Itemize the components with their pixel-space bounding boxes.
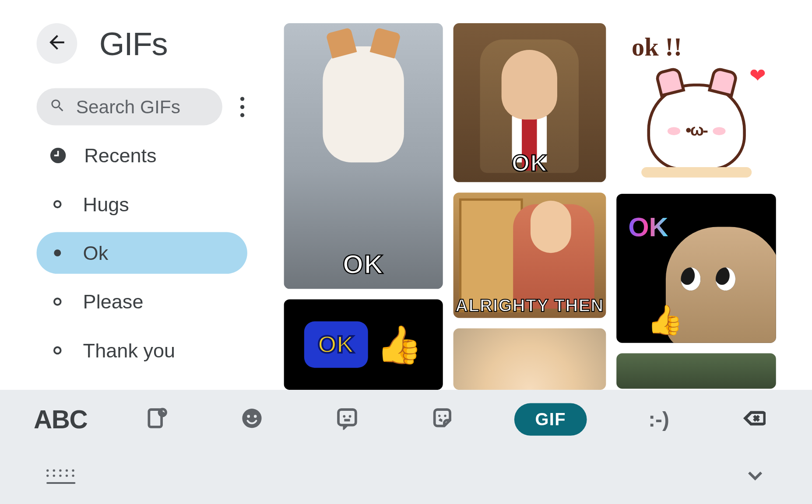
category-thank-you[interactable]: Thank you (37, 329, 247, 371)
gif-thumbnail[interactable]: OK 👍 (284, 299, 443, 390)
heart-icon: ❤ (749, 64, 766, 87)
gif-thumbnail[interactable]: OK (284, 23, 443, 289)
backspace-icon (742, 406, 766, 432)
gif-results-grid: OK OK 👍 OK ALRIGHTY THEN (284, 23, 776, 390)
svg-point-3 (242, 408, 261, 427)
collapse-keyboard-button[interactable] (745, 465, 766, 488)
category-label: Thank you (83, 339, 176, 362)
category-ok[interactable]: Ok (37, 232, 247, 273)
overflow-menu-button[interactable] (233, 91, 251, 123)
more-vert-icon (240, 97, 244, 101)
bullet-open-icon (53, 346, 62, 355)
search-gifs-input[interactable]: Search GIFs (37, 88, 222, 126)
recent-media-tab[interactable] (134, 401, 180, 438)
cat-illustration: •ω- (647, 84, 745, 171)
category-label: Please (83, 290, 144, 313)
category-recents[interactable]: Recents (37, 135, 247, 176)
arrow-left-icon (46, 32, 68, 56)
search-icon (49, 98, 66, 116)
keyboard-icon (46, 469, 49, 471)
sticker-tab[interactable] (419, 401, 465, 438)
svg-point-10 (444, 414, 446, 416)
gif-caption: OK (628, 211, 668, 243)
category-please[interactable]: Please (37, 281, 247, 322)
keyboard-media-bar: ABC GIF :-) (0, 390, 812, 448)
abc-keyboard-button[interactable]: ABC (34, 405, 87, 434)
emoji-square-icon (335, 406, 359, 432)
emoticon-tab[interactable]: :-) (636, 401, 682, 438)
emoji-tab[interactable] (228, 401, 275, 438)
svg-point-7 (343, 415, 345, 417)
gif-thumbnail[interactable]: OK (453, 23, 606, 182)
gif-thumbnail[interactable]: ALRIGHTY THEN (453, 192, 606, 318)
gif-category-list: Recents Hugs Ok Please Thank you (37, 135, 247, 371)
category-label: Hugs (83, 193, 129, 216)
page-title: GIFs (99, 24, 168, 62)
backspace-button[interactable] (731, 401, 777, 438)
gif-caption: OK (304, 322, 368, 368)
search-placeholder: Search GIFs (76, 96, 180, 117)
bullet-filled-icon (54, 249, 61, 256)
svg-rect-6 (338, 409, 356, 424)
back-button[interactable] (37, 23, 77, 64)
svg-line-2 (162, 412, 165, 414)
chevron-down-icon (745, 477, 766, 487)
thumbs-up-icon: 👍 (647, 303, 683, 337)
gif-caption: OK (453, 150, 606, 176)
gif-caption: ALRIGHTY THEN (453, 296, 606, 315)
emoji-face-icon (240, 406, 264, 432)
thumbs-up-icon: 👍 (376, 323, 422, 366)
sticker-icon (431, 406, 454, 432)
gif-caption: OK (284, 248, 443, 280)
gif-thumbnail[interactable] (453, 329, 606, 390)
emoji-kitchen-tab[interactable] (324, 401, 370, 438)
category-label: Ok (83, 242, 109, 264)
gif-tab-active[interactable]: GIF (514, 403, 587, 435)
gif-thumbnail[interactable]: OK 👍 (617, 194, 776, 343)
gif-thumbnail[interactable]: ok !! ❤ •ω- (617, 23, 776, 183)
keyboard-footer-bar (0, 448, 812, 504)
svg-point-5 (254, 415, 257, 418)
clock-icon (48, 146, 68, 165)
svg-point-9 (438, 414, 440, 416)
svg-point-4 (247, 415, 250, 418)
svg-point-8 (349, 415, 352, 417)
recent-doc-icon (145, 406, 169, 432)
category-hugs[interactable]: Hugs (37, 183, 247, 225)
gif-thumbnail[interactable] (617, 354, 776, 389)
category-label: Recents (84, 144, 156, 167)
cat-illustration (323, 46, 404, 162)
bullet-open-icon (53, 200, 62, 208)
gif-caption: ok !! (632, 32, 682, 62)
keyboard-switcher-button[interactable] (46, 469, 75, 483)
bullet-open-icon (53, 298, 62, 306)
